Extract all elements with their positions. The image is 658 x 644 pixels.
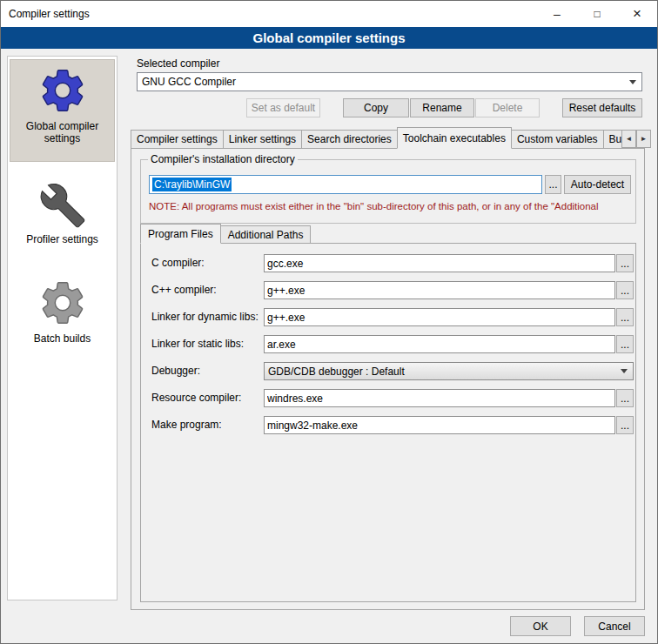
maximize-icon: □ bbox=[594, 8, 600, 20]
resource-compiler-label: Resource compiler: bbox=[151, 389, 241, 407]
chevron-down-icon bbox=[615, 363, 633, 379]
settings-category-sidebar: Global compiler settings Profiler settin… bbox=[7, 56, 118, 600]
delete-button[interactable]: Delete bbox=[475, 98, 540, 117]
dynamic-linker-field[interactable] bbox=[264, 308, 615, 326]
sidebar-item-global-compiler-settings[interactable]: Global compiler settings bbox=[10, 59, 115, 162]
make-program-field[interactable] bbox=[264, 416, 615, 434]
installation-directory-browse-button[interactable]: ... bbox=[545, 175, 561, 194]
tab-compiler-settings[interactable]: Compiler settings bbox=[131, 130, 224, 149]
sidebar-item-batch-builds[interactable]: Batch builds bbox=[10, 272, 115, 365]
debugger-select-value: GDB/CDB debugger : Default bbox=[268, 366, 405, 378]
set-as-default-button[interactable]: Set as default bbox=[246, 98, 320, 117]
make-program-browse-button[interactable]: ... bbox=[616, 416, 634, 434]
chevron-down-icon bbox=[624, 73, 641, 91]
static-linker-label: Linker for static libs: bbox=[151, 335, 244, 353]
tab-custom-variables[interactable]: Custom variables bbox=[511, 130, 604, 149]
arrow-left-icon: ◄ bbox=[626, 135, 633, 143]
cpp-compiler-label: C++ compiler: bbox=[151, 281, 217, 299]
static-linker-browse-button[interactable]: ... bbox=[616, 335, 634, 353]
tab-linker-settings[interactable]: Linker settings bbox=[223, 130, 302, 149]
static-linker-field[interactable] bbox=[264, 335, 615, 353]
program-files-panel: C compiler: ... C++ compiler: ... Linker… bbox=[140, 243, 636, 602]
resource-compiler-field[interactable] bbox=[264, 389, 615, 407]
dynamic-linker-browse-button[interactable]: ... bbox=[616, 308, 634, 326]
tab-build-options[interactable]: Buil bbox=[603, 130, 621, 149]
tab-toolchain-executables[interactable]: Toolchain executables bbox=[397, 127, 512, 149]
cpp-compiler-browse-button[interactable]: ... bbox=[616, 281, 634, 299]
window-title: Compiler settings bbox=[1, 8, 90, 20]
cancel-button[interactable]: Cancel bbox=[584, 616, 645, 636]
dialog-header-title: Global compiler settings bbox=[252, 30, 405, 45]
reset-defaults-button[interactable]: Reset defaults bbox=[562, 98, 642, 117]
toolchain-subtabstrip: Program Files Additional Paths bbox=[140, 224, 310, 244]
sidebar-item-label: Global compiler settings bbox=[14, 120, 111, 144]
tab-scroll-left-button[interactable]: ◄ bbox=[621, 130, 636, 148]
bin-subdirectory-note: NOTE: All programs must exist either in … bbox=[149, 201, 633, 211]
close-button[interactable]: × bbox=[617, 1, 657, 27]
copy-button[interactable]: Copy bbox=[343, 98, 409, 117]
dynamic-linker-label: Linker for dynamic libs: bbox=[151, 308, 258, 326]
c-compiler-label: C compiler: bbox=[151, 254, 205, 272]
window-controls: – □ × bbox=[537, 1, 657, 27]
sidebar-item-label: Batch builds bbox=[14, 332, 111, 345]
c-compiler-field[interactable] bbox=[264, 254, 615, 272]
profiler-tool-icon bbox=[39, 182, 86, 229]
settings-tabstrip: Compiler settings Linker settings Search… bbox=[131, 127, 621, 149]
close-icon: × bbox=[633, 5, 641, 23]
toolchain-executables-panel: Compiler's installation directory C:\ray… bbox=[131, 148, 645, 610]
make-program-label: Make program: bbox=[151, 416, 222, 434]
cpp-compiler-field[interactable] bbox=[264, 281, 615, 299]
minimize-icon: – bbox=[554, 11, 561, 17]
arrow-right-icon: ► bbox=[641, 135, 648, 143]
compiler-select-value: GNU GCC Compiler bbox=[142, 76, 236, 88]
selected-compiler-label: Selected compiler bbox=[137, 57, 219, 70]
minimize-button[interactable]: – bbox=[537, 1, 577, 27]
subtab-additional-paths[interactable]: Additional Paths bbox=[220, 225, 312, 244]
titlebar: Compiler settings – □ × bbox=[1, 1, 657, 27]
installation-directory-groupbox: Compiler's installation directory C:\ray… bbox=[140, 159, 636, 224]
maximize-button[interactable]: □ bbox=[577, 1, 617, 27]
ok-button[interactable]: OK bbox=[510, 616, 571, 636]
debugger-label: Debugger: bbox=[151, 362, 200, 380]
installation-directory-input[interactable]: C:\raylib\MinGW bbox=[149, 175, 542, 194]
tab-scroll-right-button[interactable]: ► bbox=[636, 130, 651, 148]
compiler-select[interactable]: GNU GCC Compiler bbox=[137, 72, 642, 91]
tab-search-directories[interactable]: Search directories bbox=[301, 130, 398, 149]
compiler-gear-icon bbox=[37, 65, 88, 116]
sidebar-item-profiler-settings[interactable]: Profiler settings bbox=[10, 175, 115, 265]
installation-directory-value: C:\raylib\MinGW bbox=[152, 178, 232, 191]
batch-builds-gear-icon bbox=[37, 278, 88, 328]
resource-compiler-browse-button[interactable]: ... bbox=[616, 389, 634, 407]
dialog-header: Global compiler settings bbox=[1, 27, 657, 49]
installation-directory-group-title: Compiler's installation directory bbox=[148, 153, 298, 165]
c-compiler-browse-button[interactable]: ... bbox=[616, 254, 634, 272]
subtab-program-files[interactable]: Program Files bbox=[140, 224, 221, 244]
sidebar-item-label: Profiler settings bbox=[14, 233, 111, 245]
auto-detect-button[interactable]: Auto-detect bbox=[564, 175, 631, 194]
rename-button[interactable]: Rename bbox=[410, 98, 474, 117]
debugger-select[interactable]: GDB/CDB debugger : Default bbox=[264, 362, 634, 380]
